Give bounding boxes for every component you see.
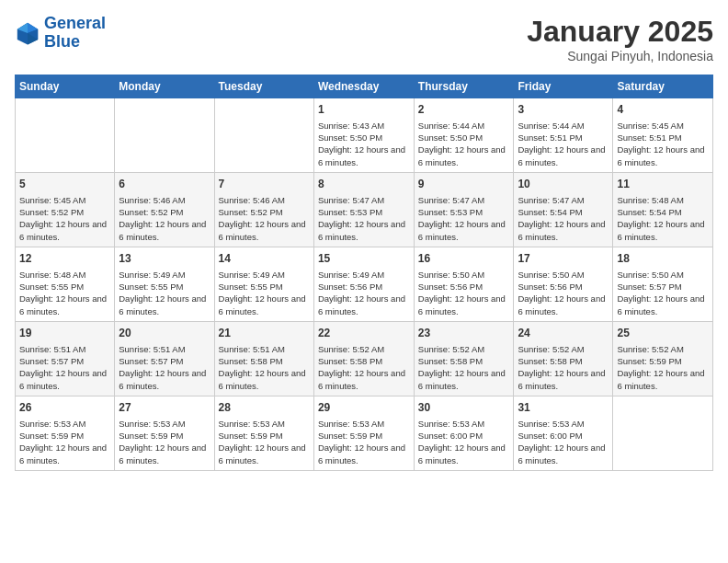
day-info: Sunrise: 5:52 AM [617, 343, 709, 355]
day-info: Sunrise: 5:53 AM [219, 418, 310, 430]
day-info: Daylight: 12 hours and 6 minutes. [617, 367, 709, 392]
day-info: Sunrise: 5:43 AM [318, 120, 410, 132]
day-number: 31 [518, 400, 609, 416]
day-info: Sunrise: 5:53 AM [19, 418, 110, 430]
day-info: Daylight: 12 hours and 6 minutes. [318, 293, 410, 317]
day-info: Daylight: 12 hours and 6 minutes. [219, 218, 310, 243]
day-info: Daylight: 12 hours and 6 minutes. [318, 442, 410, 466]
weekday-header-row: SundayMondayTuesdayWednesdayThursdayFrid… [16, 75, 713, 98]
day-info: Sunset: 5:56 PM [518, 281, 609, 293]
day-number: 15 [318, 251, 410, 267]
title-area: January 2025 Sungai Pinyuh, Indonesia [527, 15, 713, 63]
day-number: 3 [518, 102, 609, 118]
calendar-cell: 16Sunrise: 5:50 AMSunset: 5:56 PMDayligh… [414, 247, 514, 321]
day-info: Sunrise: 5:51 AM [19, 343, 110, 355]
day-number: 22 [318, 326, 410, 341]
calendar-cell: 21Sunrise: 5:51 AMSunset: 5:58 PMDayligh… [214, 321, 313, 396]
day-info: Daylight: 12 hours and 6 minutes. [617, 293, 709, 317]
day-info: Sunrise: 5:50 AM [617, 269, 709, 281]
calendar-cell: 12Sunrise: 5:48 AMSunset: 5:55 PMDayligh… [16, 247, 115, 321]
day-info: Daylight: 12 hours and 6 minutes. [518, 442, 609, 466]
day-info: Sunrise: 5:44 AM [518, 120, 609, 132]
day-number: 14 [219, 251, 310, 267]
day-info: Sunrise: 5:53 AM [518, 418, 609, 430]
day-info: Sunset: 5:56 PM [318, 281, 410, 293]
day-number: 29 [318, 400, 410, 416]
day-info: Daylight: 12 hours and 6 minutes. [219, 293, 310, 317]
day-info: Sunset: 5:51 PM [518, 132, 609, 144]
weekday-header: Thursday [414, 75, 514, 98]
day-number: 4 [617, 102, 709, 118]
day-info: Sunrise: 5:53 AM [119, 418, 210, 430]
day-number: 21 [219, 326, 310, 341]
day-number: 2 [418, 102, 510, 118]
day-info: Sunrise: 5:49 AM [119, 269, 210, 281]
day-info: Sunset: 5:58 PM [418, 355, 510, 367]
day-info: Daylight: 12 hours and 6 minutes. [318, 144, 410, 168]
day-info: Sunset: 5:52 PM [19, 206, 110, 218]
day-info: Daylight: 12 hours and 6 minutes. [19, 293, 110, 317]
day-info: Sunset: 5:59 PM [119, 430, 210, 442]
day-info: Sunrise: 5:45 AM [617, 120, 709, 132]
day-number: 26 [19, 400, 110, 416]
calendar-cell [214, 98, 313, 173]
day-info: Sunrise: 5:51 AM [119, 343, 210, 355]
day-info: Sunset: 5:58 PM [219, 355, 310, 367]
day-info: Sunset: 5:58 PM [518, 355, 609, 367]
day-info: Sunrise: 5:47 AM [318, 194, 410, 206]
day-info: Sunset: 5:57 PM [617, 281, 709, 293]
day-number: 16 [418, 251, 510, 267]
day-info: Sunrise: 5:45 AM [19, 194, 110, 206]
day-info: Sunrise: 5:47 AM [518, 194, 609, 206]
day-info: Daylight: 12 hours and 6 minutes. [418, 218, 510, 243]
calendar-week-row: 5Sunrise: 5:45 AMSunset: 5:52 PMDaylight… [16, 172, 713, 247]
calendar-cell: 30Sunrise: 5:53 AMSunset: 6:00 PMDayligh… [414, 396, 514, 470]
calendar-cell: 26Sunrise: 5:53 AMSunset: 5:59 PMDayligh… [16, 396, 115, 470]
day-info: Daylight: 12 hours and 6 minutes. [617, 218, 709, 243]
calendar-cell: 6Sunrise: 5:46 AMSunset: 5:52 PMDaylight… [115, 172, 214, 247]
day-info: Daylight: 12 hours and 6 minutes. [518, 144, 609, 168]
day-number: 30 [418, 400, 510, 416]
day-info: Sunset: 5:56 PM [418, 281, 510, 293]
day-info: Sunrise: 5:50 AM [418, 269, 510, 281]
day-number: 19 [19, 326, 110, 341]
calendar-cell: 7Sunrise: 5:46 AMSunset: 5:52 PMDaylight… [214, 172, 313, 247]
day-number: 8 [318, 177, 410, 192]
day-info: Daylight: 12 hours and 6 minutes. [418, 144, 510, 168]
day-info: Daylight: 12 hours and 6 minutes. [418, 293, 510, 317]
day-info: Daylight: 12 hours and 6 minutes. [219, 367, 310, 392]
logo-text2: Blue [44, 33, 106, 52]
logo-icon [15, 20, 40, 46]
day-number: 20 [119, 326, 210, 341]
day-info: Daylight: 12 hours and 6 minutes. [318, 367, 410, 392]
day-info: Sunrise: 5:47 AM [418, 194, 510, 206]
calendar-cell: 2Sunrise: 5:44 AMSunset: 5:50 PMDaylight… [414, 98, 514, 173]
calendar-cell: 8Sunrise: 5:47 AMSunset: 5:53 PMDaylight… [313, 172, 414, 247]
day-info: Sunset: 5:54 PM [617, 206, 709, 218]
calendar-cell: 23Sunrise: 5:52 AMSunset: 5:58 PMDayligh… [414, 321, 514, 396]
day-number: 7 [219, 177, 310, 192]
day-info: Sunrise: 5:53 AM [418, 418, 510, 430]
day-info: Daylight: 12 hours and 6 minutes. [19, 218, 110, 243]
day-info: Daylight: 12 hours and 6 minutes. [518, 293, 609, 317]
calendar-cell: 22Sunrise: 5:52 AMSunset: 5:58 PMDayligh… [313, 321, 414, 396]
day-number: 24 [518, 326, 609, 341]
calendar-cell [16, 98, 115, 173]
calendar-cell: 25Sunrise: 5:52 AMSunset: 5:59 PMDayligh… [613, 321, 713, 396]
day-info: Daylight: 12 hours and 6 minutes. [518, 218, 609, 243]
day-info: Daylight: 12 hours and 6 minutes. [617, 144, 709, 168]
calendar-cell: 4Sunrise: 5:45 AMSunset: 5:51 PMDaylight… [613, 98, 713, 173]
weekday-header: Tuesday [214, 75, 313, 98]
calendar-cell: 13Sunrise: 5:49 AMSunset: 5:55 PMDayligh… [115, 247, 214, 321]
day-info: Sunset: 5:53 PM [418, 206, 510, 218]
day-info: Daylight: 12 hours and 6 minutes. [418, 367, 510, 392]
day-info: Sunset: 5:57 PM [19, 355, 110, 367]
logo: General Blue [15, 15, 106, 52]
day-info: Daylight: 12 hours and 6 minutes. [119, 293, 210, 317]
day-info: Daylight: 12 hours and 6 minutes. [418, 442, 510, 466]
weekday-header: Saturday [613, 75, 713, 98]
day-number: 17 [518, 251, 609, 267]
day-info: Sunrise: 5:52 AM [418, 343, 510, 355]
day-info: Sunset: 5:59 PM [617, 355, 709, 367]
calendar-cell [613, 396, 713, 470]
